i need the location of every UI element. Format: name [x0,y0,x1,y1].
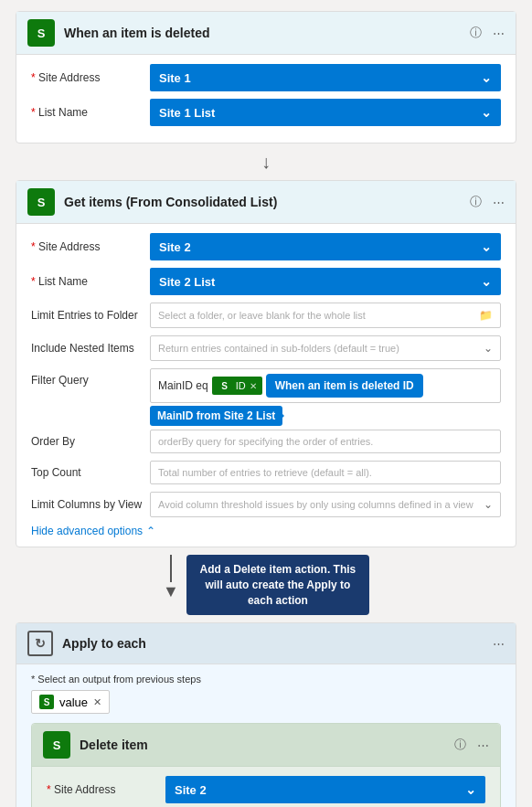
card1-list-row: List Name Site 1 List ⌄ [31,99,501,126]
card2-orderby-value[interactable]: orderBy query for specifying the order o… [150,430,501,453]
card2-list-row: List Name Site 2 List ⌄ [31,268,501,295]
card2-nested-placeholder: Return entries contained in sub-folders … [158,343,399,354]
apply-to-each-card: ↻ Apply to each ⋯ * Select an output fro… [16,622,516,807]
card2-icon: S [27,188,55,216]
card2-site-value[interactable]: Site 2 ⌄ [150,233,501,260]
card-get-items: S Get items (From Consolidated List) ⓘ ⋯… [16,180,516,547]
help-icon[interactable]: ⓘ [470,194,482,210]
card1-site-dropdown[interactable]: Site 1 ⌄ [150,64,501,91]
card2-filter-input[interactable]: MainID eq S ID ✕ When an item is deleted… [150,368,501,403]
card2-orderby-placeholder: orderBy query for specifying the order o… [158,436,373,447]
card1-list-label: List Name [31,106,150,119]
hide-advanced-label: Hide advanced options [31,525,143,537]
card1-site-row: Site Address Site 1 ⌄ [31,64,501,91]
card2-orderby-input[interactable]: orderBy query for specifying the order o… [150,430,501,453]
card1-header: S When an item is deleted ⓘ ⋯ [16,12,516,55]
card1-list-value[interactable]: Site 1 List ⌄ [150,99,501,126]
card2-limit-entries-row: Limit Entries to Folder Select a folder,… [31,303,501,328]
arrow-2: ▼ [163,555,179,601]
card2-list-value[interactable]: Site 2 List ⌄ [150,268,501,295]
chevron-down-icon: ⌄ [484,498,493,511]
card2-body: Site Address Site 2 ⌄ List Name Site 2 L… [16,224,516,547]
card2-filter-row: Filter Query MainID eq S ID ✕ When an it… [31,368,501,422]
more-icon[interactable]: ⋯ [477,738,489,752]
more-icon[interactable]: ⋯ [493,637,505,651]
card1-icon: S [27,19,55,47]
value-tag-label: value [59,696,88,709]
delete-icon: S [43,731,70,759]
chevron-down-icon: ⌄ [484,342,493,355]
chevron-up-icon: ⌃ [146,525,155,537]
card2-limitcols-row: Limit Columns by View Avoid column thres… [31,492,501,517]
tag-close-icon[interactable]: ✕ [250,381,257,391]
card2-nested-row: Include Nested Items Return entries cont… [31,335,501,361]
card2-filter-value[interactable]: MainID eq S ID ✕ When an item is deleted… [150,368,501,403]
card2-topcount-row: Top Count Total number of entries to ret… [31,461,501,484]
card2-site-row: Site Address Site 2 ⌄ [31,233,501,260]
more-icon[interactable]: ⋯ [493,196,505,209]
filter-s-tag: S ID ✕ [212,377,262,395]
delete-title: Delete item [80,738,445,752]
card2-site-dropdown[interactable]: Site 2 ⌄ [150,233,501,260]
card2-nested-input[interactable]: Return entries contained in sub-folders … [150,335,501,361]
select-output-label: * Select an output from previous steps [31,674,501,685]
card2-topcount-placeholder: Total number of entries to retrieve (def… [158,467,372,478]
mainid-callout-container: MainID from Site 2 List [150,409,282,422]
card2-limitcols-value[interactable]: Avoid column threshold issues by only us… [150,492,501,517]
value-close-icon[interactable]: ✕ [93,696,101,708]
help-icon[interactable]: ⓘ [454,737,466,753]
more-icon[interactable]: ⋯ [493,27,505,40]
value-s-icon: S [39,695,54,709]
apply-icon: ↻ [27,631,53,656]
card2-topcount-label: Top Count [31,466,150,479]
chevron-down-icon: ⌄ [465,782,476,797]
value-tag-container: S value ✕ [31,690,110,714]
card1-list-dropdown[interactable]: Site 1 List ⌄ [150,99,501,126]
card2-list-label: List Name [31,275,150,288]
filter-tag-label: ID [236,380,246,391]
card2-limitcols-label: Limit Columns by View [31,498,150,511]
help-icon[interactable]: ⓘ [470,25,482,41]
card2-nested-label: Include Nested Items [31,342,150,355]
arrow-callout-container: ▼ Add a Delete item action. This will au… [16,547,516,622]
delete-site-value[interactable]: Site 2 ⌄ [165,776,485,803]
card1-site-label: Site Address [31,71,150,84]
card1-title: When an item is deleted [64,26,461,40]
card2-topcount-value[interactable]: Total number of entries to retrieve (def… [150,461,501,484]
delete-item-card: S Delete item ⓘ ⋯ Site Address Site 2 [31,723,501,807]
card2-nested-value[interactable]: Return entries contained in sub-folders … [150,335,501,361]
apply-header: ↻ Apply to each ⋯ [16,623,516,664]
card2-topcount-input[interactable]: Total number of entries to retrieve (def… [150,461,501,484]
delete-site-label: Site Address [47,783,165,796]
card2-site-label: Site Address [31,240,150,253]
delete-header: S Delete item ⓘ ⋯ [32,724,500,767]
delete-actions: ⓘ ⋯ [454,737,489,753]
card2-filter-label: Filter Query [31,368,150,387]
card2-actions: ⓘ ⋯ [470,194,505,210]
flow-container: S When an item is deleted ⓘ ⋯ Site Addre… [11,11,521,807]
chevron-down-icon: ⌄ [481,274,492,289]
apply-actions: ⋯ [493,637,505,651]
arrow-1: ↓ [261,143,271,180]
filter-text: MainID eq [158,379,208,392]
card2-limit-entries-label: Limit Entries to Folder [31,309,150,322]
delete-site-dropdown[interactable]: Site 2 ⌄ [165,776,485,803]
add-delete-callout: Add a Delete item action. This will auto… [186,555,369,615]
card2-list-dropdown[interactable]: Site 2 List ⌄ [150,268,501,295]
card2-limit-entries-value[interactable]: Select a folder, or leave blank for the … [150,303,501,328]
folder-icon: 📁 [479,309,493,322]
apply-body: * Select an output from previous steps S… [16,664,516,807]
chevron-down-icon: ⌄ [481,105,492,120]
card1-site-value[interactable]: Site 1 ⌄ [150,64,501,91]
filter-callout-text: When an item is deleted ID [266,374,423,398]
mainid-callout: MainID from Site 2 List [150,406,282,426]
apply-title: Apply to each [62,636,484,651]
chevron-down-icon: ⌄ [481,239,492,254]
loop-icon: ↻ [35,636,46,651]
card2-limitcols-input[interactable]: Avoid column threshold issues by only us… [150,492,501,517]
hide-advanced-options[interactable]: Hide advanced options ⌃ [31,525,501,537]
card-when-item-deleted: S When an item is deleted ⓘ ⋯ Site Addre… [16,11,516,143]
card2-limit-entries-input[interactable]: Select a folder, or leave blank for the … [150,303,501,328]
card2-header: S Get items (From Consolidated List) ⓘ ⋯ [16,181,516,224]
s-icon: S [218,378,232,393]
